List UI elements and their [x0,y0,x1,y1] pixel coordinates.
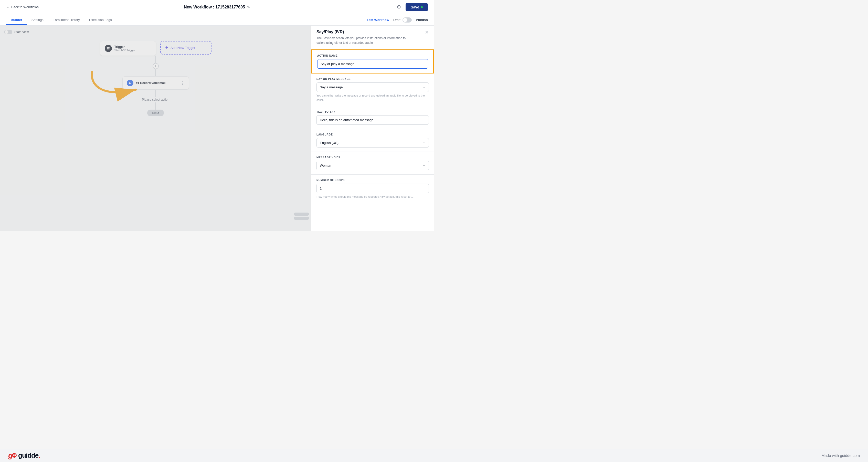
record-icon: ▶ [127,80,133,86]
say-play-section: SAY OR PLAY MESSAGE Say a message You ca… [311,73,434,106]
header-center: New Workflow : 1715283177605 ✎ [184,5,250,9]
tabs-bar: Builder Settings Enrollment History Exec… [0,14,434,26]
connector-2 [155,69,156,76]
builder-canvas: Stats View ☎ Trigger Start IVR Trigger +… [0,26,311,231]
trigger-node[interactable]: ☎ Trigger Start IVR Trigger [100,41,156,56]
scrollbar-horizontal[interactable] [294,213,309,216]
back-label: Back to Workflows [11,5,39,9]
canvas-area: Stats View ☎ Trigger Start IVR Trigger +… [0,26,434,231]
loops-label: NUMBER OF LOOPS [316,179,429,182]
record-menu-icon[interactable]: ⋮ [181,81,185,86]
text-to-say-section: TEXT TO SAY [311,106,434,129]
trigger-title: Trigger [115,45,135,49]
loops-hint: How many times should the message be rep… [316,195,429,199]
toggle-knob [403,18,407,22]
save-button[interactable]: Save [406,3,428,11]
tab-builder[interactable]: Builder [6,16,27,25]
trigger-info: Trigger Start IVR Trigger [115,45,135,52]
stats-toggle-knob [5,30,8,34]
test-workflow-button[interactable]: Test Workflow [367,18,389,22]
message-voice-label: MESSAGE VOICE [316,156,429,159]
header-right: ⏲ Save [397,3,428,11]
tabs-left: Builder Settings Enrollment History Exec… [6,16,117,25]
workflow-nodes: ☎ Trigger Start IVR Trigger + Add New Tr… [94,41,217,116]
tabs-right: Test Workflow Draft Publish [367,18,428,23]
edit-icon[interactable]: ✎ [247,5,250,9]
add-trigger-plus-icon: + [165,45,168,51]
workflow-title: New Workflow : 1715283177605 [184,5,245,9]
trigger-row: ☎ Trigger Start IVR Trigger + Add New Tr… [94,41,217,56]
text-to-say-input[interactable] [316,115,429,125]
message-voice-select[interactable]: Woman [316,161,429,170]
panel-description: The Say/Play action lets you provide ins… [316,36,414,45]
tab-execution[interactable]: Execution Logs [85,16,117,25]
header-left: ← Back to Workflows [6,5,39,9]
say-play-hint: You can either write the message or reco… [316,93,429,102]
back-arrow-icon: ← [6,5,10,9]
tab-enrollment[interactable]: Enrollment History [48,16,85,25]
message-voice-section: MESSAGE VOICE Woman [311,152,434,175]
draft-toggle-group: Draft [393,18,412,23]
action-name-section: ACTION NAME [311,50,434,73]
loops-input[interactable] [316,184,429,193]
record-node[interactable]: ▶ #1 Record voicemail ⋮ [122,76,189,90]
add-trigger-label: Add New Trigger [170,46,195,50]
publish-button[interactable]: Publish [416,18,428,22]
draft-label: Draft [393,18,400,22]
action-label: Please select action [142,98,169,101]
loops-section: NUMBER OF LOOPS How many times should th… [311,175,434,203]
say-play-label: SAY OR PLAY MESSAGE [316,78,429,81]
end-node: END [147,110,164,116]
stats-view-label: Stats View [14,30,29,34]
action-name-input[interactable] [317,59,428,69]
language-section: LANGUAGE English (US) [311,129,434,152]
action-name-label: ACTION NAME [317,54,428,57]
connector-dot-1[interactable]: + [153,63,159,69]
panel-close-button[interactable]: ✕ [425,30,429,35]
stats-toggle: Stats View [4,30,29,34]
trigger-subtitle: Start IVR Trigger [115,49,135,52]
stats-toggle-switch[interactable] [4,30,12,34]
text-to-say-label: TEXT TO SAY [316,111,429,113]
history-icon[interactable]: ⏲ [397,4,401,10]
add-trigger-box[interactable]: + Add New Trigger [160,41,212,55]
draft-toggle-switch[interactable] [403,18,412,23]
panel-header-content: Say/Play (IVR) The Say/Play action lets … [316,30,414,45]
connector-4 [155,102,156,110]
connector-1 [155,56,156,63]
say-play-select[interactable]: Say a message [316,83,429,92]
language-select[interactable]: English (US) [316,138,429,148]
language-label: LANGUAGE [316,133,429,136]
connector-3 [155,90,156,97]
header: ← Back to Workflows New Workflow : 17152… [0,0,434,14]
trigger-icon: ☎ [105,45,112,52]
panel-title: Say/Play (IVR) [316,30,414,34]
back-to-workflows-link[interactable]: ← Back to Workflows [6,5,39,9]
right-panel: Say/Play (IVR) The Say/Play action lets … [311,26,434,231]
panel-header: Say/Play (IVR) The Say/Play action lets … [311,26,434,50]
tab-settings[interactable]: Settings [27,16,48,25]
record-title: #1 Record voicemail [136,81,166,85]
scrollbar-horizontal-2[interactable] [294,217,309,220]
